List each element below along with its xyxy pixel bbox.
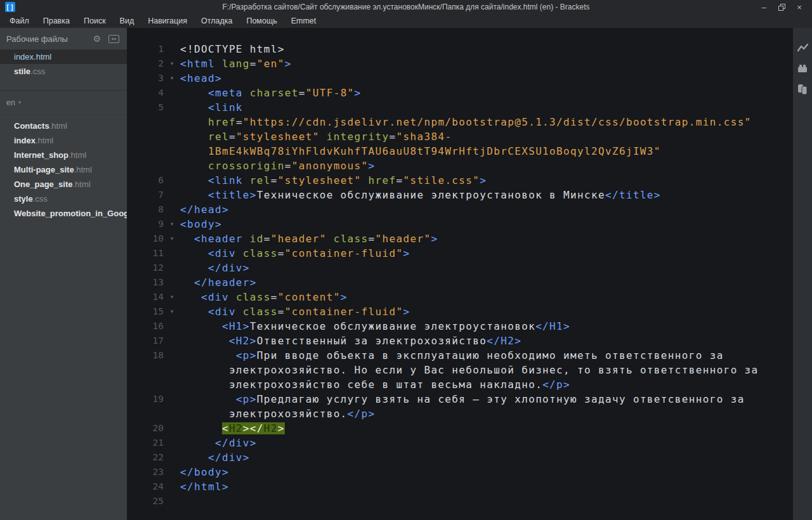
extension-manager-icon[interactable] (797, 63, 808, 74)
project-selector[interactable]: en ▾ (0, 91, 127, 115)
code-line-8[interactable]: 8</head> (127, 202, 793, 217)
close-button[interactable]: × (790, 0, 808, 14)
working-file-item[interactable]: index.html (0, 49, 127, 64)
gutter: 20 (127, 421, 180, 436)
code-area[interactable]: 1<!DOCTYPE html>2▾<html lang="en">3▾<hea… (127, 28, 793, 520)
menu-item[interactable]: Помощь (239, 14, 284, 28)
menu-item[interactable]: Вид (113, 14, 141, 28)
gutter: 10▾ (127, 231, 180, 246)
project-file-item[interactable]: Multi-page_site.html (0, 162, 127, 177)
project-file-item[interactable]: Website_promotion_in_Google.html (0, 206, 127, 221)
code-line-5-wrap1[interactable]: href="https://cdn.jsdelivr.net/npm/boots… (127, 115, 793, 129)
code-line-6[interactable]: 6 <link rel="stylesheet" href="stile.css… (127, 173, 793, 188)
code-line-13[interactable]: 13 </header> (127, 275, 793, 290)
code-token: "content" (278, 291, 341, 303)
code-line-11[interactable]: 11 <div class="container-fluid"> (127, 246, 793, 261)
file-extension: .html (34, 52, 51, 62)
code-line-18-wrap2[interactable]: электрохозяйство себе в штат весьма накл… (127, 377, 793, 392)
project-file-item[interactable]: Contacts.html (0, 119, 127, 133)
code-token: = (264, 233, 271, 245)
menu-item[interactable]: Emmet (284, 14, 324, 28)
documents-icon[interactable] (797, 84, 808, 95)
code-line-19[interactable]: 19 <p>Предлагаю услугу взять на себя — э… (127, 392, 793, 406)
fold-arrow-icon[interactable]: ▾ (164, 231, 180, 246)
chevron-down-icon: ▾ (18, 100, 21, 105)
code-line-5-wrap4[interactable]: crossorigin="anonymous"> (127, 159, 793, 173)
code-line-16[interactable]: 16 <H1>Техническое обслуживание электроу… (127, 319, 793, 334)
code-token (229, 291, 236, 303)
menu-item[interactable]: Отладка (194, 14, 239, 28)
code-token: < (222, 422, 229, 434)
menu-item[interactable]: Правка (36, 14, 77, 28)
code-token: rel (208, 131, 229, 143)
code-line-21[interactable]: 21 </div> (127, 436, 793, 450)
fold-arrow-icon[interactable]: ▾ (164, 217, 180, 231)
code-line-25[interactable]: 25 (127, 494, 793, 509)
code-token: 1BmE4kWBq78iYhFldvKuhfTAU6auU8tT94WrHftj… (208, 145, 661, 157)
project-file-item[interactable]: index.html (0, 133, 127, 148)
project-file-item[interactable]: One_page_site.html (0, 177, 127, 192)
code-line-18-wrap1[interactable]: электрохозяйство. Но если у Вас небольшо… (127, 363, 793, 377)
file-name: index (14, 136, 36, 145)
fold-arrow-icon[interactable]: ▾ (164, 290, 180, 304)
working-files-list: index.htmlstile.css (0, 49, 127, 91)
code-line-19-wrap1[interactable]: электрохозяйство.</p> (127, 406, 793, 421)
code-line-4[interactable]: 4 <meta charset="UTF-8"> (127, 86, 793, 100)
code-line-14[interactable]: 14▾ <div class="content"> (127, 290, 793, 304)
code-line-12[interactable]: 12 </div> (127, 261, 793, 275)
fold-arrow-icon[interactable]: ▾ (164, 71, 180, 86)
minimize-button[interactable]: – (755, 0, 773, 14)
code-line-17[interactable]: 17 <H2>Ответственный за электрохозяйство… (127, 334, 793, 348)
live-preview-icon[interactable] (797, 42, 808, 53)
project-file-item[interactable]: Internet_shop.html (0, 148, 127, 162)
code-line-2[interactable]: 2▾<html lang="en"> (127, 56, 793, 71)
code-line-10[interactable]: 10▾ <header id="header" class="header"> (127, 231, 793, 246)
code-token: = (236, 116, 243, 128)
file-name: Contacts (14, 121, 49, 131)
code-token: <link (208, 101, 243, 114)
code-line-3[interactable]: 3▾<head> (127, 71, 793, 86)
line-number: 18 (127, 348, 164, 363)
line-number: 12 (127, 261, 164, 275)
working-file-item[interactable]: stile.css (0, 64, 127, 79)
code-token: "https://cdn.jsdelivr.net/npm/bootstrap@… (243, 116, 752, 128)
menu-item[interactable]: Навигация (141, 14, 194, 28)
code-line-24[interactable]: 24</html> (127, 479, 793, 494)
line-number: 20 (127, 421, 164, 436)
code-line-5-wrap2[interactable]: rel="stylesheet" integrity="sha384- (127, 129, 793, 144)
code-line-23[interactable]: 23</body> (127, 465, 793, 479)
split-view-icon[interactable]: ↔ (108, 35, 119, 43)
code-text: <link rel="stylesheet" href="stile.css"> (180, 173, 487, 188)
line-number: 19 (127, 392, 164, 406)
code-line-20[interactable]: 20 <H2></H2> (127, 421, 793, 436)
code-line-5[interactable]: 5 <link (127, 100, 793, 115)
code-text: <H2>Ответственный за электрохозяйство</H… (180, 334, 521, 348)
menu-bar: ФайлПравкаПоискВидНавигацияОтладкаПомощь… (0, 14, 812, 28)
code-line-5-wrap3[interactable]: 1BmE4kWBq78iYhFldvKuhfTAU6auU8tT94WrHftj… (127, 144, 793, 159)
project-file-item[interactable]: style.css (0, 192, 127, 206)
code-token: id (250, 233, 264, 245)
code-token: </title> (605, 189, 661, 201)
line-number: 15 (127, 304, 164, 319)
fold-spacer (164, 246, 180, 261)
menu-item[interactable]: Поиск (77, 14, 113, 28)
gutter: 14▾ (127, 290, 180, 304)
line-number: 14 (127, 290, 164, 304)
code-line-1[interactable]: 1<!DOCTYPE html> (127, 42, 793, 56)
code-token (180, 160, 208, 172)
code-line-18[interactable]: 18 <p>При вводе объекта в эксплуатацию н… (127, 348, 793, 363)
code-line-22[interactable]: 22 </div> (127, 450, 793, 465)
code-line-9[interactable]: 9▾<body> (127, 217, 793, 231)
code-line-15[interactable]: 15▾ <div class="container-fluid"> (127, 304, 793, 319)
code-token: </div> (208, 452, 250, 464)
restore-button[interactable] (773, 0, 790, 14)
code-token: <meta (208, 87, 243, 99)
fold-spacer (164, 115, 180, 129)
fold-arrow-icon[interactable]: ▾ (164, 56, 180, 71)
code-token: ></ (243, 422, 264, 434)
gutter: 18 (127, 348, 180, 363)
fold-arrow-icon[interactable]: ▾ (164, 304, 180, 319)
menu-item[interactable]: Файл (3, 14, 36, 28)
code-line-7[interactable]: 7 <title>Техническое обслуживание электр… (127, 188, 793, 202)
gear-icon[interactable]: ⚙ (93, 34, 101, 44)
